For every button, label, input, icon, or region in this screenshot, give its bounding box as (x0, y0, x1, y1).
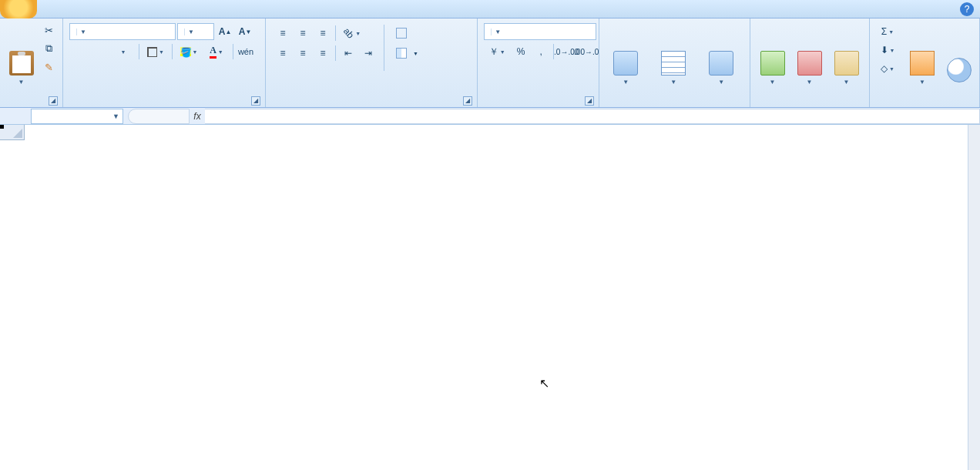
font-color-button[interactable]: A▼ (203, 43, 230, 60)
orientation-button[interactable]: ab▼ (339, 25, 365, 42)
decrease-indent-button[interactable]: ⇤ (339, 45, 357, 62)
phonetic-button[interactable]: wén (237, 43, 255, 60)
increase-indent-button[interactable]: ⇥ (359, 45, 378, 62)
italic-button[interactable] (89, 43, 108, 60)
group-styles: ▼ ▼ ▼ (599, 18, 750, 107)
font-family-combo[interactable]: ▼ (69, 23, 176, 40)
group-cells: ▼ ▼ ▼ (750, 18, 870, 107)
align-center-button[interactable]: ≡ (294, 45, 312, 62)
help-icon[interactable]: ? (960, 2, 974, 16)
font-dialog-launcher[interactable]: ◢ (251, 96, 260, 106)
table-icon (661, 51, 686, 76)
format-icon (834, 51, 859, 76)
chevron-down-icon[interactable]: ▼ (112, 112, 119, 120)
find-select-button[interactable] (944, 22, 975, 88)
sort-icon (910, 51, 935, 76)
chevron-down-icon[interactable]: ▼ (491, 29, 502, 35)
align-bottom-button[interactable]: ≡ (314, 25, 332, 42)
find-icon (947, 58, 972, 82)
insert-button[interactable]: ▼ (755, 22, 790, 88)
office-button[interactable] (0, 0, 37, 18)
format-button[interactable]: ▼ (829, 22, 864, 88)
fill-color-button[interactable]: 🪣▼ (176, 43, 202, 60)
format-as-table-button[interactable]: ▼ (649, 22, 698, 88)
fx-icon[interactable]: fx (190, 111, 205, 122)
increase-decimal-button[interactable]: .0→.00 (557, 43, 576, 60)
decrease-decimal-button[interactable]: .00→.0 (577, 43, 596, 60)
conditional-format-button[interactable]: ▼ (604, 22, 647, 88)
group-font: ▼ ▼ A▲ A▼ ▼ ▼ 🪣▼ A▼ wén ◢ (63, 18, 266, 107)
fill-button[interactable]: ⬇▼ (876, 42, 899, 59)
delete-button[interactable]: ▼ (792, 22, 827, 88)
insert-icon (760, 51, 785, 76)
cell-styles-button[interactable]: ▼ (700, 22, 743, 88)
align-right-button[interactable]: ≡ (314, 45, 332, 62)
formula-bar: ▼ fx (0, 108, 980, 125)
number-dialog-launcher[interactable]: ◢ (585, 96, 594, 106)
merge-center-button[interactable]: ▼ (391, 45, 424, 62)
borders-button[interactable]: ▼ (143, 43, 169, 60)
underline-button[interactable]: ▼ (109, 43, 136, 60)
cell-styles-icon (709, 51, 733, 76)
wrap-text-button[interactable] (391, 25, 424, 42)
bold-button[interactable] (69, 43, 88, 60)
increase-font-button[interactable]: A▲ (216, 23, 234, 40)
name-box[interactable]: ▼ (31, 109, 123, 124)
number-format-combo[interactable]: ▼ (484, 23, 596, 40)
cut-button[interactable] (39, 22, 58, 39)
chevron-down-icon[interactable]: ▼ (76, 29, 87, 35)
decrease-font-button[interactable]: A▼ (236, 23, 254, 40)
group-number: ▼ ￥▼ % , .0→.00 .00→.0 ◢ (478, 18, 599, 107)
copy-button[interactable] (39, 40, 58, 57)
clipboard-dialog-launcher[interactable]: ◢ (49, 96, 58, 106)
vertical-scrollbar[interactable] (968, 125, 980, 470)
sort-filter-button[interactable]: ▼ (902, 22, 942, 88)
conditional-format-icon (613, 51, 638, 76)
paste-button[interactable]: ▼ (5, 22, 38, 88)
percent-button[interactable]: % (512, 43, 530, 60)
spreadsheet-grid[interactable] (0, 125, 980, 470)
comma-button[interactable]: , (532, 43, 550, 60)
align-top-button[interactable]: ≡ (274, 25, 292, 42)
group-editing: Σ▼ ⬇▼ ◇▼ ▼ (870, 18, 980, 107)
group-alignment: ≡ ≡ ≡ ab▼ ≡ ≡ ≡ ⇤ ⇥ ▼ (266, 18, 478, 107)
clear-button[interactable]: ◇▼ (876, 60, 899, 77)
paste-icon (9, 51, 34, 76)
formula-input[interactable] (205, 109, 980, 124)
format-painter-button[interactable] (39, 59, 58, 76)
chevron-down-icon[interactable]: ▼ (184, 29, 195, 35)
select-all-corner[interactable] (0, 125, 25, 140)
accounting-format-button[interactable]: ￥▼ (484, 43, 510, 60)
ribbon: ▼ ◢ ▼ ▼ A▲ A▼ ▼ ▼ (0, 18, 980, 108)
align-left-button[interactable]: ≡ (274, 45, 292, 62)
chevron-down-icon: ▼ (18, 79, 25, 86)
delete-icon (797, 51, 822, 76)
alignment-dialog-launcher[interactable]: ◢ (463, 96, 472, 106)
font-size-combo[interactable]: ▼ (177, 23, 214, 40)
group-clipboard: ▼ ◢ (0, 18, 63, 107)
autosum-button[interactable]: Σ▼ (876, 23, 899, 40)
align-middle-button[interactable]: ≡ (294, 25, 312, 42)
